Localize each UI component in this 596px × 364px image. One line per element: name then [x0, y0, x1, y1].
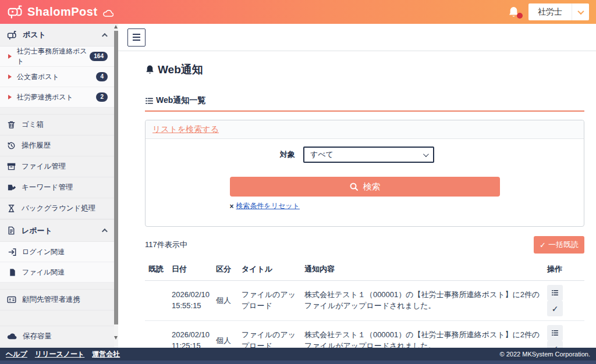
bulk-read-label: 一括既読 [548, 240, 579, 250]
date-text: 2026/02/10 [172, 330, 209, 341]
scrollbar-down-arrow[interactable] [114, 336, 118, 340]
list-icon [145, 97, 154, 105]
bell-icon [145, 65, 155, 75]
report-icon [7, 226, 16, 235]
read-status-cell [145, 281, 168, 321]
footer-link-company[interactable]: 運営会社 [92, 349, 120, 359]
page-body: Web通知 Web通知一覧 リストを検索する [118, 62, 596, 348]
close-icon: × [230, 202, 234, 210]
content-toolbar [118, 24, 596, 51]
time-text: 15:55:15 [172, 301, 209, 312]
sidebar-item-history[interactable]: 操作履歴 [0, 135, 114, 156]
id-card-icon [7, 295, 16, 304]
footer-link-help[interactable]: ヘルプ [6, 349, 27, 359]
sidebar-group-report[interactable]: レポート [0, 219, 114, 242]
menu-icon [133, 34, 140, 35]
content-cell: 株式会社テスト１（000001）の【社労士事務所連絡ポスト】に2件のファイルがア… [301, 321, 544, 348]
bulk-mark-read-button[interactable]: ✓ 一括既読 [534, 236, 584, 254]
mark-read-button[interactable]: ✓ [547, 301, 563, 316]
section-header: Web通知一覧 [145, 95, 584, 112]
sidebar-item-file-related[interactable]: ファイル関連 [0, 262, 114, 283]
copyright-text: © 2022 MKSystem Corporation. [500, 351, 590, 358]
result-count: 117件表示中 [145, 240, 187, 250]
menu-icon [133, 40, 140, 41]
sidebar-item-trash[interactable]: ゴミ箱 [0, 115, 114, 135]
sidebar-item-label: 操作履歴 [22, 141, 51, 151]
view-detail-button[interactable] [547, 325, 563, 341]
caret-right-icon [8, 74, 12, 79]
target-select[interactable]: すべて [303, 147, 434, 163]
mailbox-icon [7, 30, 17, 40]
chevron-up-icon [102, 33, 108, 38]
app-window: ShalomPost 社労士 [0, 0, 596, 364]
cloud-icon [7, 333, 17, 340]
scrollbar-up-arrow[interactable] [114, 25, 118, 28]
table-row: 2026/02/10 15:55:15 個人 ファイルのアップロード 株式会社テ… [145, 281, 584, 321]
search-icon [349, 182, 359, 191]
page-title-text: Web通知 [158, 62, 203, 77]
sidebar-post-subitems: 社労士事務所連絡ポスト 164 公文書ポスト 4 社労夢連携ポスト 2 [0, 47, 114, 108]
login-icon [8, 248, 17, 256]
footer-link-release-notes[interactable]: リリースノート [35, 349, 84, 359]
category-cell: 個人 [212, 321, 238, 348]
search-toggle-link[interactable]: リストを検索する [152, 124, 219, 134]
sidebar-item-advisor-admin-link[interactable]: 顧問先管理者連携 [0, 290, 114, 311]
sidebar-item-koubunsho-post[interactable]: 公文書ポスト 4 [0, 67, 114, 87]
reset-row: × 検索条件をリセット [230, 201, 500, 211]
sidebar-group-post[interactable]: ポスト [0, 24, 114, 47]
col-header-content: 通知内容 [301, 260, 544, 281]
history-icon [7, 141, 16, 150]
sidebar-toggle-button[interactable] [127, 28, 146, 47]
sidebar: ポスト 社労士事務所連絡ポスト 164 公文書ポスト 4 [0, 24, 118, 348]
sidebar-item-storage-capacity[interactable]: 保存容量 [0, 326, 114, 347]
title-cell: ファイルのアップロード [238, 321, 301, 348]
date-text: 2026/02/10 [172, 290, 209, 301]
time-text: 11:25:15 [172, 341, 209, 348]
archive-icon [7, 162, 16, 171]
read-status-cell [145, 321, 168, 348]
mark-read-button[interactable]: ✓ [547, 341, 563, 348]
target-label: 対象 [146, 149, 303, 160]
sidebar-item-label: 保存容量 [23, 331, 52, 341]
user-menu-toggle[interactable] [572, 3, 589, 20]
sidebar-item-label: ログイン関連 [22, 247, 65, 257]
mailbox-logo-icon [7, 4, 23, 20]
sidebar-item-keyword-management[interactable]: キーワード管理 [0, 177, 114, 198]
sidebar-item-login-related[interactable]: ログイン関連 [0, 242, 114, 262]
search-button[interactable]: 検索 [230, 177, 500, 197]
section-title-text: Web通知一覧 [156, 95, 205, 106]
chevron-up-icon [102, 229, 108, 234]
col-header-category: 区分 [212, 260, 238, 281]
list-icon [551, 289, 559, 297]
actions-cell: ✓ [544, 281, 584, 321]
scrollbar-thumb[interactable] [114, 31, 118, 324]
header-right-controls: 社労士 [508, 3, 589, 20]
sidebar-item-file-management[interactable]: ファイル管理 [0, 156, 114, 177]
notification-bell-icon[interactable] [508, 6, 520, 19]
chevron-down-icon [423, 151, 429, 157]
sidebar-item-label: 顧問先管理者連携 [22, 295, 80, 305]
hourglass-icon [7, 204, 16, 213]
search-button-label: 検索 [363, 181, 381, 192]
top-header-bar: ShalomPost 社労士 [0, 0, 596, 24]
app-logo[interactable]: ShalomPost [7, 4, 113, 20]
sidebar-item-sharoushi-renraku-post[interactable]: 社労士事務所連絡ポスト 164 [0, 47, 114, 67]
date-cell: 2026/02/10 11:25:15 [168, 321, 212, 348]
table-row: 2026/02/10 11:25:15 個人 ファイルのアップロード 株式会社テ… [145, 321, 584, 348]
body-row: ポスト 社労士事務所連絡ポスト 164 公文書ポスト 4 [0, 24, 596, 348]
cloud-icon [103, 9, 113, 20]
target-select-value: すべて [310, 149, 334, 160]
sidebar-item-sharoumu-renkei-post[interactable]: 社労夢連携ポスト 2 [0, 87, 114, 108]
sidebar-scrollbar[interactable] [114, 24, 118, 348]
trash-icon [7, 120, 16, 129]
sidebar-item-background-processing[interactable]: バックグラウンド処理 [0, 198, 114, 219]
list-meta-row: 117件表示中 ✓ 一括既読 [145, 236, 584, 254]
user-menu[interactable]: 社労士 [528, 3, 589, 20]
logo-text: ShalomPost [27, 5, 98, 19]
reset-search-link[interactable]: 検索条件をリセット [236, 201, 300, 211]
keyword-icon [7, 183, 16, 192]
sidebar-item-label: 社労士事務所連絡ポスト [17, 47, 90, 66]
sidebar-item-label: 公文書ポスト [17, 72, 59, 82]
sidebar-divider [0, 283, 114, 290]
view-detail-button[interactable] [547, 285, 563, 301]
